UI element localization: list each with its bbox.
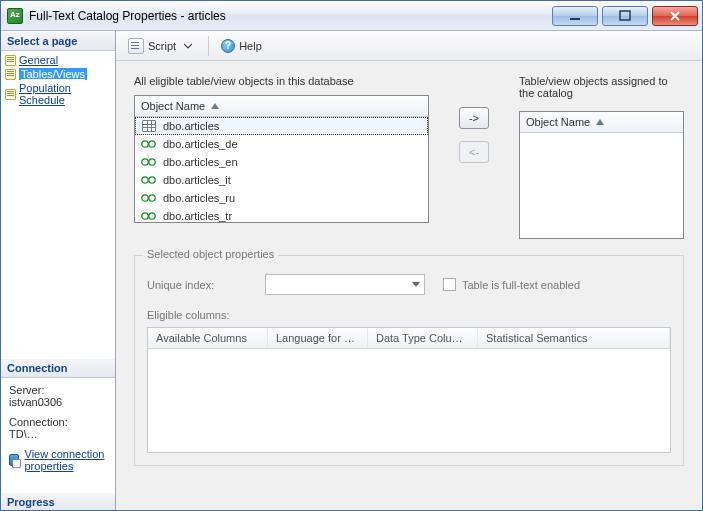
maximize-icon (619, 10, 631, 22)
arrow-left-icon: <- (469, 146, 479, 158)
list-item-label: dbo.articles_it (163, 174, 231, 186)
page-item-general[interactable]: General (1, 53, 115, 67)
view-connection-properties-link[interactable]: View connection properties (25, 448, 108, 472)
list-item-label: dbo.articles (163, 120, 219, 132)
app-icon (7, 8, 23, 24)
script-button[interactable]: Script (124, 36, 200, 56)
list-item[interactable]: dbo.articles_de (135, 135, 428, 153)
checkbox-icon (443, 278, 456, 291)
unique-index-combo[interactable] (265, 274, 425, 295)
list-item-label: dbo.articles_de (163, 138, 238, 150)
unique-index-label: Unique index: (147, 279, 247, 291)
col-statistical[interactable]: Statistical Semantics (478, 328, 670, 348)
page-link-tablesviews[interactable]: Tables/Views (19, 68, 87, 80)
column-header-objectname[interactable]: Object Name (526, 116, 590, 128)
list-item-label: dbo.articles_en (163, 156, 238, 168)
title-bar: Full-Text Catalog Properties - articles (1, 1, 702, 31)
svg-point-8 (142, 195, 148, 201)
help-button[interactable]: ? Help (217, 37, 266, 55)
connection-header: Connection (1, 358, 115, 378)
view-icon (141, 173, 157, 187)
group-title: Selected object properties (143, 248, 278, 260)
maximize-button[interactable] (602, 6, 648, 26)
list-item[interactable]: dbo.articles_tr (135, 207, 428, 225)
svg-point-4 (142, 159, 148, 165)
connection-value: TD\… (9, 428, 107, 440)
assigned-label: Table/view objects assigned to the catal… (519, 75, 684, 103)
selected-object-group: Selected object properties Unique index:… (134, 255, 684, 466)
svg-point-10 (142, 213, 148, 219)
eligible-columns-grid[interactable]: Available Columns Language for … Data Ty… (147, 327, 671, 453)
page-link-general[interactable]: General (19, 54, 58, 66)
close-icon (669, 10, 681, 22)
move-right-button[interactable]: -> (459, 107, 489, 129)
col-available[interactable]: Available Columns (148, 328, 268, 348)
svg-point-5 (149, 159, 155, 165)
page-item-population[interactable]: Population Schedule (1, 81, 115, 107)
toolbar-separator (208, 36, 209, 56)
close-button[interactable] (652, 6, 698, 26)
fulltext-enabled-label: Table is full-text enabled (462, 279, 580, 291)
svg-point-3 (149, 141, 155, 147)
eligible-listbox[interactable]: Object Name dbo.articlesdbo.articles_ded… (134, 95, 429, 223)
svg-rect-1 (620, 11, 630, 20)
col-datatype[interactable]: Data Type Colu… (368, 328, 478, 348)
svg-point-9 (149, 195, 155, 201)
list-item[interactable]: dbo.articles_it (135, 171, 428, 189)
view-icon (141, 155, 157, 169)
connection-label: Connection: (9, 416, 107, 428)
move-left-button[interactable]: <- (459, 141, 489, 163)
select-page-header: Select a page (1, 31, 115, 51)
assigned-header[interactable]: Object Name (520, 112, 683, 133)
help-icon: ? (221, 39, 235, 53)
fulltext-enabled-checkbox[interactable]: Table is full-text enabled (443, 278, 580, 291)
progress-header: Progress (1, 492, 115, 511)
toolbar: Script ? Help (116, 31, 702, 61)
view-icon (141, 191, 157, 205)
connection-properties-icon (9, 454, 19, 466)
svg-rect-0 (570, 18, 580, 20)
page-icon (5, 55, 16, 66)
eligible-header[interactable]: Object Name (135, 96, 428, 117)
minimize-button[interactable] (552, 6, 598, 26)
help-label: Help (239, 40, 262, 52)
svg-point-2 (142, 141, 148, 147)
chevron-down-icon (412, 282, 420, 287)
page-link-population[interactable]: Population Schedule (19, 82, 109, 106)
sort-asc-icon (211, 103, 219, 109)
list-item[interactable]: dbo.articles_ru (135, 189, 428, 207)
list-item[interactable]: dbo.articles (135, 117, 428, 135)
right-pane: Script ? Help All eligible table/view ob… (116, 31, 702, 511)
list-item[interactable]: dbo.articles_en (135, 153, 428, 171)
minimize-icon (569, 10, 581, 22)
column-header-objectname[interactable]: Object Name (141, 100, 205, 112)
arrow-right-icon: -> (469, 112, 479, 124)
window-title: Full-Text Catalog Properties - articles (29, 9, 226, 23)
eligible-label: All eligible table/view objects in this … (134, 75, 429, 87)
table-icon (141, 119, 157, 133)
connection-panel: Server: istvan0306 Connection: TD\… View… (1, 378, 115, 478)
eligible-columns-label: Eligible columns: (147, 309, 671, 321)
svg-point-7 (149, 177, 155, 183)
col-language[interactable]: Language for … (268, 328, 368, 348)
svg-point-11 (149, 213, 155, 219)
sidebar: Select a page General Tables/Views Popul… (1, 31, 116, 511)
assigned-listbox[interactable]: Object Name (519, 111, 684, 239)
svg-point-6 (142, 177, 148, 183)
view-icon (141, 209, 157, 223)
script-icon (128, 38, 144, 54)
server-label: Server: (9, 384, 107, 396)
view-icon (141, 137, 157, 151)
page-icon (5, 69, 16, 80)
list-item-label: dbo.articles_tr (163, 210, 232, 222)
sort-asc-icon (596, 119, 604, 125)
server-value: istvan0306 (9, 396, 107, 408)
list-item-label: dbo.articles_ru (163, 192, 235, 204)
script-label: Script (148, 40, 176, 52)
page-icon (5, 89, 16, 100)
chevron-down-icon[interactable] (184, 42, 192, 50)
page-item-tablesviews[interactable]: Tables/Views (1, 67, 115, 81)
